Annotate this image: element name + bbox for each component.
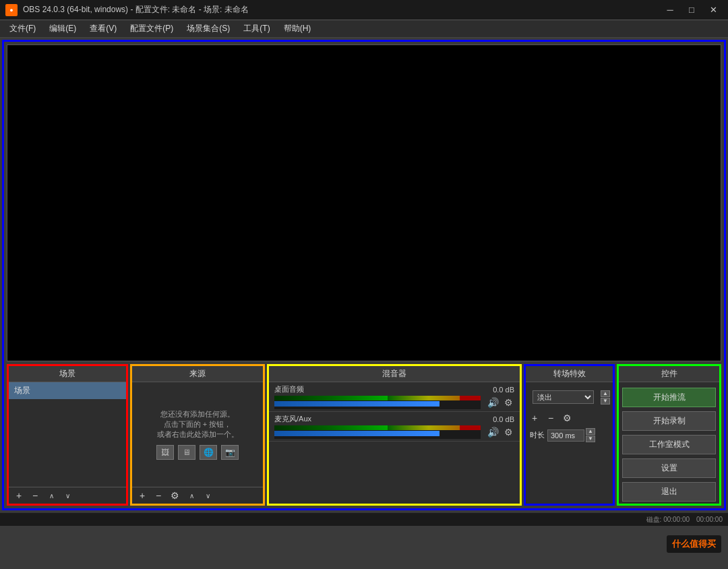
scene-item-label: 场景 xyxy=(14,386,30,395)
mixer-panel-header: 混音器 xyxy=(269,366,520,382)
start-stream-button[interactable]: 开始推流 xyxy=(622,388,716,407)
duration-down-button[interactable]: ▼ xyxy=(586,436,595,442)
obs-icon: ● xyxy=(5,4,18,16)
statusbar-time: 00:00:00 xyxy=(696,516,723,523)
start-record-label: 开始录制 xyxy=(653,416,686,425)
exit-button[interactable]: 退出 xyxy=(622,482,716,502)
bottom-panels: 场景 场景 + − ∧ ∨ 来源 您还没有添加任何源。 点击下 xyxy=(7,364,721,506)
duration-up-button[interactable]: ▲ xyxy=(586,428,595,435)
transition-duration-input[interactable] xyxy=(547,429,584,442)
settings-label: 设置 xyxy=(661,463,677,473)
controls-header-label: 控件 xyxy=(661,369,677,378)
scene-panel-header: 场景 xyxy=(9,366,126,382)
menu-tools[interactable]: 工具(T) xyxy=(237,22,276,36)
scene-up-button[interactable]: ∧ xyxy=(45,491,57,500)
mixer-meter-desktop xyxy=(274,396,481,409)
mixer-track-desktop-controls: 🔊 ⚙ xyxy=(486,397,514,408)
exit-label: 退出 xyxy=(661,487,677,496)
transition-type-down-button[interactable]: ▼ xyxy=(601,398,610,405)
mixer-panel: 混音器 桌面音频 0.0 dB xyxy=(267,364,522,506)
settings-button[interactable]: 设置 xyxy=(622,458,716,478)
menu-help[interactable]: 帮助(H) xyxy=(277,22,318,36)
source-type-icons: 🖼 🖥 🌐 📷 xyxy=(156,445,239,460)
transition-remove-button[interactable]: − xyxy=(545,412,557,424)
menu-scene-collection[interactable]: 场景集合(S) xyxy=(180,22,237,36)
transition-type-select[interactable]: 淡出 xyxy=(533,390,594,404)
transition-content: 淡出 ▲ ▼ + − ⚙ 时长 xyxy=(526,382,613,504)
source-panel-footer: + − ⚙ ∧ ∨ xyxy=(132,487,263,504)
transition-small-footer: + − ⚙ xyxy=(526,411,613,425)
menu-view[interactable]: 查看(V) xyxy=(83,22,123,36)
transition-header-label: 转场特效 xyxy=(553,369,586,378)
studio-mode-button[interactable]: 工作室模式 xyxy=(622,435,716,454)
mixer-track-mic-header: 麦克风/Aux 0.0 dB xyxy=(274,414,514,424)
source-panel-header: 来源 xyxy=(132,366,263,382)
mixer-track-desktop-db: 0.0 dB xyxy=(493,386,514,394)
source-up-button[interactable]: ∧ xyxy=(185,491,198,500)
start-record-button[interactable]: 开始录制 xyxy=(622,411,716,431)
source-header-label: 来源 xyxy=(189,369,206,378)
minimize-button[interactable]: ─ xyxy=(661,3,679,17)
mixer-track-desktop-name: 桌面音频 xyxy=(274,384,304,394)
mixer-meter-mic-container: 🔊 ⚙ xyxy=(274,425,514,439)
studio-mode-label: 工作室模式 xyxy=(649,440,690,449)
source-empty-line3: 或者右击此处添加一个。 xyxy=(157,429,239,440)
source-content: 您还没有添加任何源。 点击下面的 + 按钮， 或者右击此处添加一个。 🖼 🖥 🌐… xyxy=(132,382,263,487)
mixer-content: 桌面音频 0.0 dB xyxy=(269,382,520,504)
scene-list: 场景 xyxy=(9,382,126,487)
source-icon-browser: 🌐 xyxy=(200,445,217,460)
scene-remove-button[interactable]: − xyxy=(29,489,41,502)
scene-item[interactable]: 场景 xyxy=(9,382,126,399)
source-add-button[interactable]: + xyxy=(136,489,148,502)
controls-panel: 控件 开始推流 开始录制 工作室模式 设置 退出 xyxy=(617,364,721,506)
mixer-meter-mic xyxy=(274,425,481,439)
mixer-track-desktop: 桌面音频 0.0 dB xyxy=(269,382,520,412)
transition-add-button[interactable]: + xyxy=(528,412,541,424)
source-empty-line1: 您还没有添加任何源。 xyxy=(160,409,235,419)
titlebar: ● OBS 24.0.3 (64-bit, windows) - 配置文件: 未… xyxy=(0,0,728,20)
statusbar: 磁盘: 00:00:00 00:00:00 xyxy=(0,512,728,526)
source-icon-display: 🖥 xyxy=(178,445,195,460)
mixer-settings-mic-button[interactable]: ⚙ xyxy=(503,427,514,438)
maximize-button[interactable]: □ xyxy=(682,3,701,17)
menu-profile[interactable]: 配置文件(P) xyxy=(123,22,180,36)
source-panel: 来源 您还没有添加任何源。 点击下面的 + 按钮， 或者右击此处添加一个。 🖼 … xyxy=(130,364,265,506)
scene-header-label: 场景 xyxy=(59,369,75,378)
transition-panel: 转场特效 淡出 ▲ ▼ + − ⚙ 时长 xyxy=(524,364,615,506)
menu-file[interactable]: 文件(F) xyxy=(3,22,42,36)
source-remove-button[interactable]: − xyxy=(152,489,164,502)
scene-down-button[interactable]: ∨ xyxy=(61,491,73,500)
controls-panel-header: 控件 xyxy=(619,366,719,382)
titlebar-title: OBS 24.0.3 (64-bit, windows) - 配置文件: 未命名… xyxy=(23,4,249,16)
mixer-mute-mic-button[interactable]: 🔊 xyxy=(486,427,500,438)
menubar: 文件(F) 编辑(E) 查看(V) 配置文件(P) 场景集合(S) 工具(T) … xyxy=(0,20,728,38)
scene-add-button[interactable]: + xyxy=(13,489,25,502)
mixer-track-mic: 麦克风/Aux 0.0 dB xyxy=(269,412,520,442)
source-empty-state: 您还没有添加任何源。 点击下面的 + 按钮， 或者右击此处添加一个。 🖼 🖥 🌐… xyxy=(132,382,263,487)
mixer-meter-desktop-container: 🔊 ⚙ xyxy=(274,396,514,409)
controls-content: 开始推流 开始录制 工作室模式 设置 退出 xyxy=(619,382,719,504)
close-button[interactable]: ✕ xyxy=(704,3,723,17)
mixer-settings-desktop-button[interactable]: ⚙ xyxy=(503,397,514,408)
mixer-track-mic-db: 0.0 dB xyxy=(493,415,514,423)
watermark: 什么值得买 xyxy=(667,535,721,553)
source-empty-line2: 点击下面的 + 按钮， xyxy=(164,419,232,429)
scene-panel-footer: + − ∧ ∨ xyxy=(9,487,126,504)
start-stream-label: 开始推流 xyxy=(653,392,686,402)
transition-duration-label: 时长 xyxy=(530,430,545,440)
mixer-mute-desktop-button[interactable]: 🔊 xyxy=(486,397,500,408)
source-icon-image: 🖼 xyxy=(156,445,174,460)
source-icon-camera: 📷 xyxy=(221,445,239,460)
transition-panel-header: 转场特效 xyxy=(526,366,613,382)
mixer-header-label: 混音器 xyxy=(382,369,406,378)
statusbar-disk: 磁盘: 00:00:00 xyxy=(646,515,690,525)
preview-area xyxy=(7,44,721,361)
transition-duration-row: 时长 ▲ ▼ xyxy=(530,428,609,442)
transition-settings-button[interactable]: ⚙ xyxy=(561,412,574,424)
transition-type-up-button[interactable]: ▲ xyxy=(601,390,610,397)
watermark-text: 什么值得买 xyxy=(672,539,716,549)
menu-edit[interactable]: 编辑(E) xyxy=(42,22,83,36)
source-down-button[interactable]: ∨ xyxy=(202,491,214,500)
source-settings-button[interactable]: ⚙ xyxy=(169,489,181,502)
mixer-track-mic-controls: 🔊 ⚙ xyxy=(486,427,514,438)
